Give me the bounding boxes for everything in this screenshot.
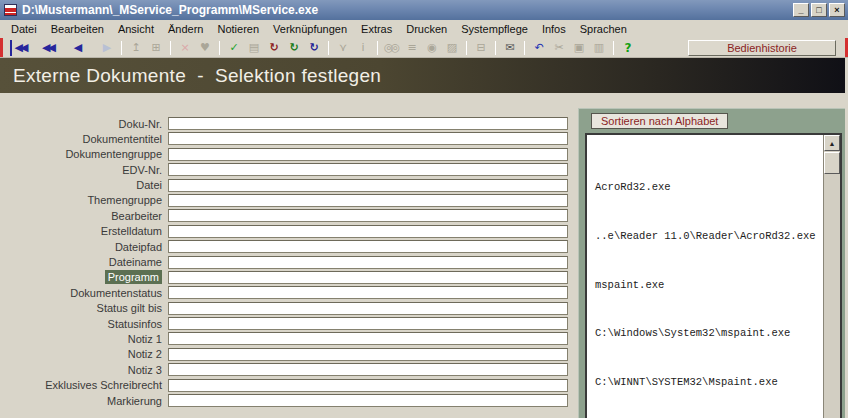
confirm-icon[interactable]: ✓: [224, 40, 244, 56]
form-row: Datei: [0, 179, 568, 192]
menu-sprachen[interactable]: Sprachen: [573, 21, 634, 37]
input-dokumentengruppe[interactable]: [168, 148, 568, 161]
print-icon[interactable]: ⊟: [471, 40, 491, 56]
list-item[interactable]: mspaint.exe: [595, 277, 823, 293]
bedienhistorie-button[interactable]: Bedienhistorie: [688, 40, 836, 56]
menu-infos[interactable]: Infos: [535, 21, 573, 37]
mail-icon[interactable]: ✉: [500, 40, 520, 56]
menu-drucken[interactable]: Drucken: [399, 21, 454, 37]
menu-datei[interactable]: Datei: [4, 21, 44, 37]
app-icon: [4, 4, 17, 16]
import-icon[interactable]: ↥: [126, 40, 146, 56]
form-row: Dokumententitel: [0, 132, 568, 145]
label-dateiname: Dateiname: [0, 256, 168, 268]
label-programm-highlighted: Programm: [105, 270, 162, 284]
input-edv-nr[interactable]: [168, 163, 568, 176]
form-row: EDV-Nr.: [0, 163, 568, 176]
form-row: Notiz 1: [0, 332, 568, 345]
undo-icon[interactable]: ↶: [529, 40, 549, 56]
input-dateiname[interactable]: [168, 256, 568, 269]
input-notiz-2[interactable]: [168, 348, 568, 361]
form-row: Markierung: [0, 394, 568, 407]
input-notiz-3[interactable]: [168, 363, 568, 376]
list-lines-icon[interactable]: ≡: [402, 40, 422, 56]
copy-icon[interactable]: ▣: [569, 40, 589, 56]
cut-icon[interactable]: ✂: [549, 40, 569, 56]
menu-verknuepfungen[interactable]: Verknüpfungen: [266, 21, 354, 37]
refresh-red-icon[interactable]: ↻: [264, 40, 284, 56]
label-notiz-2: Notiz 2: [0, 348, 168, 360]
delete-icon[interactable]: ×: [175, 40, 195, 56]
paste-icon[interactable]: ▥: [589, 40, 609, 56]
form-row: Doku-Nr.: [0, 117, 568, 130]
list-item[interactable]: AcroRd32.exe: [595, 179, 823, 195]
list-item[interactable]: C:\WINNT\SYSTEM32\Mspaint.exe: [595, 374, 823, 390]
label-dateipfad: Dateipfad: [0, 241, 168, 253]
input-statusinfos[interactable]: [168, 317, 568, 330]
menu-notieren[interactable]: Notieren: [210, 21, 266, 37]
next-icon[interactable]: ▶: [97, 40, 117, 56]
program-list: AcroRd32.exe ..e\Reader 11.0\Reader\Acro…: [587, 135, 823, 418]
toolbar-separator: [495, 41, 496, 55]
label-markierung: Markierung: [0, 395, 168, 407]
input-markierung[interactable]: [168, 394, 568, 407]
label-dokumentengruppe: Dokumentengruppe: [0, 148, 168, 160]
favorite-icon[interactable]: ♥: [195, 40, 215, 56]
scrollbar-thumb[interactable]: [824, 152, 840, 174]
label-notiz-3: Notiz 3: [0, 364, 168, 376]
input-dokumentenstatus[interactable]: [168, 286, 568, 299]
selection-form: Doku-Nr. Dokumententitel Dokumentengrupp…: [0, 117, 568, 409]
input-programm[interactable]: [168, 271, 568, 284]
save-icon[interactable]: ▤: [244, 40, 264, 56]
label-edv-nr: EDV-Nr.: [0, 164, 168, 176]
branch-icon[interactable]: ⋎: [333, 40, 353, 56]
form-row: Statusinfos: [0, 317, 568, 330]
list-item[interactable]: C:\Windows\System32\mspaint.exe: [595, 325, 823, 341]
input-dateipfad[interactable]: [168, 240, 568, 253]
menu-bearbeiten[interactable]: Bearbeiten: [44, 21, 111, 37]
toolbar-separator: [613, 41, 614, 55]
main-area: Doku-Nr. Dokumententitel Dokumentengrupp…: [0, 93, 848, 418]
menu-extras[interactable]: Extras: [354, 21, 399, 37]
binoculars-icon[interactable]: ◎◎: [382, 40, 402, 56]
first-record-icon[interactable]: ◀◀: [10, 40, 30, 56]
maximize-button[interactable]: □: [811, 3, 827, 17]
program-panel: Sortieren nach Alphabet AcroRd32.exe ..e…: [578, 108, 845, 418]
scroll-up-icon[interactable]: ▲: [824, 135, 840, 151]
menu-ansicht[interactable]: Ansicht: [111, 21, 161, 37]
label-dokumententitel: Dokumententitel: [0, 133, 168, 145]
refresh-green-icon[interactable]: ↻: [284, 40, 304, 56]
tree-view-icon[interactable]: ⊞: [146, 40, 166, 56]
refresh-blue-icon[interactable]: ↻: [304, 40, 324, 56]
input-status-gilt-bis[interactable]: [168, 302, 568, 315]
menu-systempflege[interactable]: Systempflege: [454, 21, 535, 37]
input-themengruppe[interactable]: [168, 194, 568, 207]
image-icon[interactable]: ▨: [442, 40, 462, 56]
input-erstelldatum[interactable]: [168, 225, 568, 238]
input-exklusives-schreibrecht[interactable]: [168, 379, 568, 392]
input-notiz-1[interactable]: [168, 332, 568, 345]
label-exklusives-schreibrecht: Exklusives Schreibrecht: [0, 379, 168, 391]
list-item[interactable]: ..e\Reader 11.0\Reader\AcroRd32.exe: [595, 228, 823, 244]
menu-aendern[interactable]: Ändern: [161, 21, 210, 37]
form-row: Dateipfad: [0, 240, 568, 253]
form-row: Themengruppe: [0, 194, 568, 207]
form-row: Dokumentenstatus: [0, 286, 568, 299]
sort-alphabet-button[interactable]: Sortieren nach Alphabet: [591, 113, 728, 129]
label-notiz-1: Notiz 1: [0, 333, 168, 345]
input-bearbeiter[interactable]: [168, 209, 568, 222]
info-icon[interactable]: i: [353, 40, 373, 56]
toolbar-separator: [170, 41, 171, 55]
input-datei[interactable]: [168, 179, 568, 192]
form-row: Programm: [0, 271, 568, 284]
input-dokumententitel[interactable]: [168, 132, 568, 145]
minimize-button[interactable]: _: [793, 3, 809, 17]
input-doku-nr[interactable]: [168, 117, 568, 130]
help-icon[interactable]: ?: [618, 40, 638, 56]
form-row: Bearbeiter: [0, 209, 568, 222]
eye-icon[interactable]: ◉: [422, 40, 442, 56]
fast-previous-icon[interactable]: ◀◀: [39, 40, 59, 56]
previous-icon[interactable]: ◀: [68, 40, 88, 56]
vertical-scrollbar[interactable]: ▲: [823, 135, 840, 418]
close-button[interactable]: ×: [829, 3, 845, 17]
